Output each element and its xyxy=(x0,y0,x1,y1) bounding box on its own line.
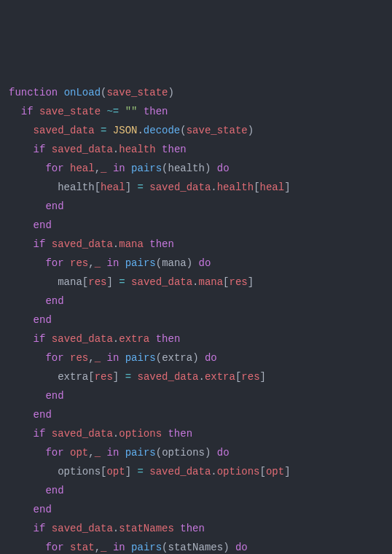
token-id: heal xyxy=(70,163,95,174)
token-str: "" xyxy=(125,106,138,117)
token-plain: statNames xyxy=(168,542,224,553)
token-plain xyxy=(45,238,51,250)
token-kw: end xyxy=(34,504,52,515)
token-plain xyxy=(119,447,125,459)
token-plain: ] xyxy=(113,371,125,383)
token-kw: do xyxy=(217,163,230,174)
token-plain xyxy=(64,257,70,269)
token-prop: extra xyxy=(119,333,149,345)
token-id: res xyxy=(70,352,88,364)
code-line: for stat,_ in pairs(statNames) do xyxy=(9,538,383,554)
token-kw: for xyxy=(45,163,63,174)
code-line: extra[res] = saved_data.extra[res] xyxy=(9,367,383,386)
code-line: if saved_data.health then xyxy=(9,140,383,159)
token-plain xyxy=(45,523,51,534)
token-id: res xyxy=(88,276,106,288)
token-plain: . xyxy=(192,276,198,288)
token-id: saved_data xyxy=(149,466,211,477)
token-plain xyxy=(125,542,131,553)
token-prop: mana xyxy=(119,238,144,250)
token-plain: options xyxy=(58,466,101,477)
token-kw: if xyxy=(34,333,46,345)
token-kw: end xyxy=(34,314,52,326)
token-id: saved_data xyxy=(34,125,95,136)
token-plain xyxy=(137,106,143,117)
token-prop: extra xyxy=(205,371,235,383)
token-kw: then xyxy=(162,144,187,155)
token-plain: , xyxy=(88,352,94,364)
code-line: if save_state ~= "" then xyxy=(9,102,383,121)
token-kw: if xyxy=(34,523,46,534)
token-plain xyxy=(125,276,131,288)
code-line: if saved_data.mana then xyxy=(9,235,383,254)
token-plain: mana xyxy=(58,276,82,288)
token-plain: [ xyxy=(254,182,259,193)
token-plain xyxy=(119,257,125,269)
token-plain xyxy=(45,144,51,155)
token-fn: pairs xyxy=(131,163,162,174)
token-op: = xyxy=(125,371,131,383)
token-id: save_state xyxy=(187,125,248,136)
token-kw: in xyxy=(106,257,119,269)
token-kw: in xyxy=(106,447,119,459)
token-plain xyxy=(119,352,125,364)
token-kw: do xyxy=(199,257,211,269)
token-plain: . xyxy=(211,182,216,193)
token-meth: decode xyxy=(144,125,180,136)
token-prop: options xyxy=(217,466,260,477)
token-plain: ( xyxy=(162,163,168,174)
token-plain xyxy=(149,333,155,345)
token-id: save_state xyxy=(39,106,101,117)
token-kw: then xyxy=(168,428,192,440)
code-line: end xyxy=(9,216,383,235)
token-kw: then xyxy=(144,106,168,117)
token-plain: ] xyxy=(125,466,138,477)
token-plain: ( xyxy=(156,257,162,269)
code-line: end xyxy=(9,292,383,311)
code-line: saved_data = JSON.decode(save_state) xyxy=(9,121,383,140)
code-line: mana[res] = saved_data.mana[res] xyxy=(9,273,383,292)
token-kw: then xyxy=(180,523,205,534)
token-plain: ) xyxy=(205,447,217,459)
token-id: opt xyxy=(70,447,88,459)
token-id: saved_data xyxy=(52,333,113,345)
code-line: if saved_data.options then xyxy=(9,424,383,443)
token-plain: ) xyxy=(223,542,235,553)
token-id: saved_data xyxy=(149,182,211,193)
token-kw: do xyxy=(217,447,230,459)
token-plain: , xyxy=(88,257,94,269)
token-fn: onLoad xyxy=(64,87,101,98)
token-plain: ( xyxy=(156,352,162,364)
token-plain: . xyxy=(113,333,119,345)
token-plain xyxy=(95,125,101,136)
token-id: res xyxy=(70,257,88,269)
token-plain: . xyxy=(199,371,205,383)
token-plain: [ xyxy=(260,466,266,477)
token-plain: , xyxy=(88,447,94,459)
token-plain: ] xyxy=(260,371,266,383)
code-line: options[opt] = saved_data.options[opt] xyxy=(9,462,383,481)
token-id: heal xyxy=(260,182,285,193)
code-line: if saved_data.extra then xyxy=(9,329,383,348)
token-id: opt xyxy=(266,466,284,477)
token-id: saved_data xyxy=(131,276,192,288)
token-kw: end xyxy=(45,295,63,307)
token-plain xyxy=(58,87,63,98)
token-plain: , xyxy=(95,163,101,174)
token-kw: if xyxy=(34,428,46,440)
token-plain xyxy=(119,106,125,117)
token-kw: for xyxy=(45,352,63,364)
code-line: end xyxy=(9,386,383,405)
token-plain: ( xyxy=(162,542,168,553)
code-line: function onLoad(save_state) xyxy=(9,83,383,102)
token-plain: [ xyxy=(88,371,94,383)
token-prop: mana xyxy=(199,276,224,288)
token-plain: ) xyxy=(168,87,173,98)
code-line: for res,_ in pairs(mana) do xyxy=(9,254,383,273)
token-kw: end xyxy=(45,485,63,496)
code-line: for res,_ in pairs(extra) do xyxy=(9,348,383,367)
token-kw: in xyxy=(113,542,125,553)
token-plain xyxy=(125,163,131,174)
token-id: saved_data xyxy=(137,371,198,383)
token-plain: ] xyxy=(106,276,119,288)
